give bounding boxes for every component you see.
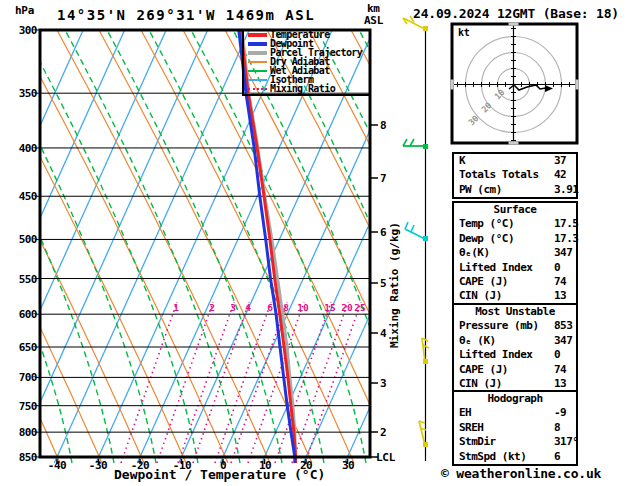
km-tick-label: 2 (380, 426, 386, 439)
indices-row: Totals Totals42 (454, 168, 576, 182)
wet-adiabat-legend-swatch (248, 70, 267, 72)
pressure-tick-label: 550 (7, 273, 37, 286)
km-tick-label: 6 (380, 226, 386, 239)
isotherm-line (13, 30, 208, 463)
surface-row: Dewp (°C)17.3 (454, 232, 576, 246)
mixing-ratio-tick-label: 8 (283, 302, 289, 313)
hodograph-row: SREH8 (454, 421, 576, 435)
surface-value: 74 (554, 275, 566, 289)
km-tick-label: 7 (380, 172, 386, 185)
surface-row: θₑ(K)347 (454, 246, 576, 260)
pressure-tick-label: 450 (7, 190, 37, 203)
temp-tick-label: -40 (40, 459, 74, 472)
surface-label: Dewp (°C) (459, 232, 514, 245)
hodograph-table: HodographEH-9SREH8StmDir317°StmSpd (kt)6 (452, 390, 578, 466)
surface-value: 347 (554, 246, 572, 260)
temp-tick-label: 0 (206, 459, 240, 472)
temp-tick-label: 30 (331, 459, 365, 472)
km-tick-label: 8 (380, 119, 386, 132)
most-unstable-row: Lifted Index0 (454, 348, 576, 362)
pressure-tick-label: 850 (7, 451, 37, 464)
mixing-ratio-tick-label: 6 (267, 302, 273, 313)
mixing-ratio-line (121, 302, 177, 463)
indices-value: 37 (554, 154, 566, 168)
hodograph-label: StmSpd (kt) (459, 450, 526, 463)
chart-legend: TemperatureDewpointParcel TrajectoryDry … (242, 29, 370, 96)
hodograph-value: -9 (554, 406, 566, 420)
dry-adiabat-line (57, 30, 270, 463)
pressure-tick-label: 600 (7, 308, 37, 321)
mixing-ratio-tick-label: 20 (341, 302, 353, 313)
hodograph-value: 6 (554, 450, 560, 464)
most-unstable-label: θₑ (K) (459, 334, 496, 347)
surface-row: CAPE (J)74 (454, 275, 576, 289)
most-unstable-value: 853 (554, 319, 572, 333)
mixing-ratio-tick-label: 4 (245, 302, 251, 313)
surface-label: CIN (J) (459, 289, 502, 302)
km-tick-label: 4 (380, 327, 386, 340)
hodograph-ring-label: 10 (492, 87, 506, 101)
wind-barb (405, 222, 428, 241)
temperature-legend-swatch (248, 33, 267, 37)
surface-value: 13 (554, 289, 566, 303)
temp-tick-label: -30 (81, 459, 115, 472)
surface-title: Surface (454, 203, 576, 217)
mixing-ratio-tick-label: 25 (354, 302, 366, 313)
mixing-ratio-tick-label: 2 (209, 302, 215, 313)
most-unstable-row: Pressure (mb)853 (454, 319, 576, 333)
surface-value: 17.5 (554, 217, 579, 231)
pressure-tick-label: 400 (7, 142, 37, 155)
pressure-tick-label: 650 (7, 341, 37, 354)
isotherm-legend-swatch (248, 79, 267, 81)
temp-tick-label: 10 (248, 459, 282, 472)
surface-value: 0 (554, 261, 560, 275)
dry-adiabat-line (603, 30, 629, 463)
surface-row: Temp (°C)17.5 (454, 217, 576, 231)
surface-label: θₑ(K) (459, 246, 490, 259)
indices-table: K37Totals Totals42PW (cm)3.91 (452, 152, 578, 199)
indices-label: K (459, 154, 465, 167)
indices-row: PW (cm)3.91 (454, 183, 576, 197)
indices-value: 42 (554, 168, 566, 182)
wet-adiabat-line (611, 30, 629, 463)
pressure-tick-label: 750 (7, 400, 37, 413)
parcel-trajectory-legend-swatch (248, 51, 267, 55)
surface-row: Lifted Index0 (454, 261, 576, 275)
skewt-sounding-page: hPa 14°35'N 269°31'W 1469m ASL km ASL 24… (0, 0, 629, 486)
most-unstable-row: CAPE (J)74 (454, 363, 576, 377)
hodograph-row: EH-9 (454, 406, 576, 420)
wind-barb (403, 16, 428, 31)
surface-value: 17.3 (554, 232, 579, 246)
temp-tick-label: -10 (165, 459, 199, 472)
mixing-ratio-tick-label: 10 (297, 302, 309, 313)
mixing-ratio-tick-label: 15 (324, 302, 336, 313)
surface-label: Temp (°C) (459, 217, 514, 230)
most-unstable-value: 74 (554, 363, 566, 377)
hodograph-trace (509, 85, 546, 90)
most-unstable-label: CIN (J) (459, 377, 502, 390)
hodograph-row: StmDir317° (454, 435, 576, 449)
surface-table: SurfaceTemp (°C)17.5Dewp (°C)17.3θₑ(K)34… (452, 201, 578, 306)
km-tick-label: 3 (380, 377, 386, 390)
temp-tick-label: -20 (123, 459, 157, 472)
legend-item-label: Mixing Ratio (270, 83, 335, 94)
legend-item: Mixing Ratio (244, 85, 370, 94)
indices-label: PW (cm) (459, 183, 502, 196)
mixing-ratio-tick-label: 3 (230, 302, 236, 313)
hodograph-label: EH (459, 406, 471, 419)
hodograph-title: Hodograph (454, 392, 576, 406)
temp-tick-label: 20 (289, 459, 323, 472)
hodograph-row: StmSpd (kt)6 (454, 450, 576, 464)
mixing-ratio-line (178, 302, 234, 463)
surface-label: CAPE (J) (459, 275, 508, 288)
most-unstable-value: 347 (554, 334, 572, 348)
pressure-tick-label: 800 (7, 426, 37, 439)
dry-adiabat-line (15, 30, 228, 463)
most-unstable-title: Most Unstable (454, 305, 576, 319)
indices-row: K37 (454, 154, 576, 168)
dry-adiabat-legend-swatch (248, 61, 267, 63)
most-unstable-row: θₑ (K)347 (454, 334, 576, 348)
hodograph-ring-label: 20 (479, 100, 493, 114)
hodograph-ring-label: 30 (466, 113, 480, 127)
most-unstable-table: Most UnstablePressure (mb)853θₑ (K)347Li… (452, 303, 578, 393)
